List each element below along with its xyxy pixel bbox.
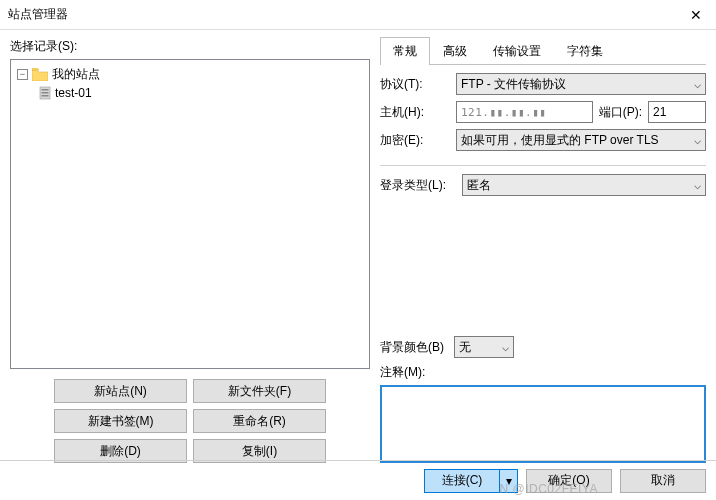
host-row: 主机(H): 121.▮▮.▮▮.▮▮ 端口(P): 21 <box>380 101 706 123</box>
server-icon <box>39 86 51 100</box>
select-record-label: 选择记录(S): <box>10 38 370 55</box>
svg-rect-1 <box>42 89 49 91</box>
bgcolor-select[interactable]: 无 ⌵ <box>454 336 514 358</box>
svg-rect-2 <box>42 92 49 94</box>
tree-child[interactable]: test-01 <box>39 86 363 100</box>
spacer <box>380 202 706 336</box>
left-panel: 选择记录(S): − 我的站点 test-01 新站点(N) 新文件夹(F) 新… <box>10 36 370 463</box>
login-type-select[interactable]: 匿名 ⌵ <box>462 174 706 196</box>
tree-root[interactable]: − 我的站点 <box>17 66 363 83</box>
port-label: 端口(P): <box>599 104 642 121</box>
close-icon[interactable]: ✕ <box>684 7 708 23</box>
protocol-label: 协议(T): <box>380 76 450 93</box>
bgcolor-value: 无 <box>459 339 471 356</box>
tab-transfer[interactable]: 传输设置 <box>480 37 554 65</box>
triangle-down-icon: ▾ <box>506 474 512 488</box>
connect-dropdown-button[interactable]: ▾ <box>500 469 518 493</box>
connect-button-group: 连接(C) ▾ <box>424 469 518 493</box>
port-input[interactable]: 21 <box>648 101 706 123</box>
bgcolor-row: 背景颜色(B) 无 ⌵ <box>380 336 706 358</box>
tab-bar: 常规 高级 传输设置 字符集 <box>380 36 706 65</box>
divider <box>380 165 706 166</box>
site-tree[interactable]: − 我的站点 test-01 <box>10 59 370 369</box>
tab-general[interactable]: 常规 <box>380 37 430 65</box>
window-title: 站点管理器 <box>8 6 684 23</box>
svg-rect-3 <box>42 95 49 97</box>
footer: 连接(C) ▾ 确定(O) 取消 <box>0 460 716 500</box>
connect-button[interactable]: 连接(C) <box>424 469 500 493</box>
ok-button[interactable]: 确定(O) <box>526 469 612 493</box>
main-content: 选择记录(S): − 我的站点 test-01 新站点(N) 新文件夹(F) 新… <box>0 30 716 471</box>
comment-label: 注释(M): <box>380 364 706 381</box>
folder-icon <box>32 68 48 81</box>
tab-charset[interactable]: 字符集 <box>554 37 616 65</box>
tree-child-label: test-01 <box>55 86 92 100</box>
protocol-row: 协议(T): FTP - 文件传输协议 ⌵ <box>380 73 706 95</box>
encryption-label: 加密(E): <box>380 132 450 149</box>
chevron-down-icon: ⌵ <box>502 340 509 354</box>
login-type-value: 匿名 <box>467 177 491 194</box>
encryption-value: 如果可用，使用显式的 FTP over TLS <box>461 132 659 149</box>
new-site-button[interactable]: 新站点(N) <box>54 379 187 403</box>
rename-button[interactable]: 重命名(R) <box>193 409 326 433</box>
right-panel: 常规 高级 传输设置 字符集 协议(T): FTP - 文件传输协议 ⌵ 主机(… <box>380 36 706 463</box>
tree-root-label: 我的站点 <box>52 66 100 83</box>
chevron-down-icon: ⌵ <box>694 77 701 91</box>
login-type-row: 登录类型(L): 匿名 ⌵ <box>380 174 706 196</box>
collapse-icon[interactable]: − <box>17 69 28 80</box>
new-bookmark-button[interactable]: 新建书签(M) <box>54 409 187 433</box>
bgcolor-label: 背景颜色(B) <box>380 339 444 356</box>
protocol-select[interactable]: FTP - 文件传输协议 ⌵ <box>456 73 706 95</box>
chevron-down-icon: ⌵ <box>694 178 701 192</box>
host-input[interactable]: 121.▮▮.▮▮.▮▮ <box>456 101 593 123</box>
tab-advanced[interactable]: 高级 <box>430 37 480 65</box>
login-type-label: 登录类型(L): <box>380 177 456 194</box>
chevron-down-icon: ⌵ <box>694 133 701 147</box>
titlebar: 站点管理器 ✕ <box>0 0 716 30</box>
encryption-row: 加密(E): 如果可用，使用显式的 FTP over TLS ⌵ <box>380 129 706 151</box>
protocol-value: FTP - 文件传输协议 <box>461 76 566 93</box>
new-folder-button[interactable]: 新文件夹(F) <box>193 379 326 403</box>
left-button-grid: 新站点(N) 新文件夹(F) 新建书签(M) 重命名(R) 删除(D) 复制(I… <box>10 379 370 463</box>
comment-textarea[interactable] <box>380 385 706 463</box>
encryption-select[interactable]: 如果可用，使用显式的 FTP over TLS ⌵ <box>456 129 706 151</box>
host-label: 主机(H): <box>380 104 450 121</box>
cancel-button[interactable]: 取消 <box>620 469 706 493</box>
